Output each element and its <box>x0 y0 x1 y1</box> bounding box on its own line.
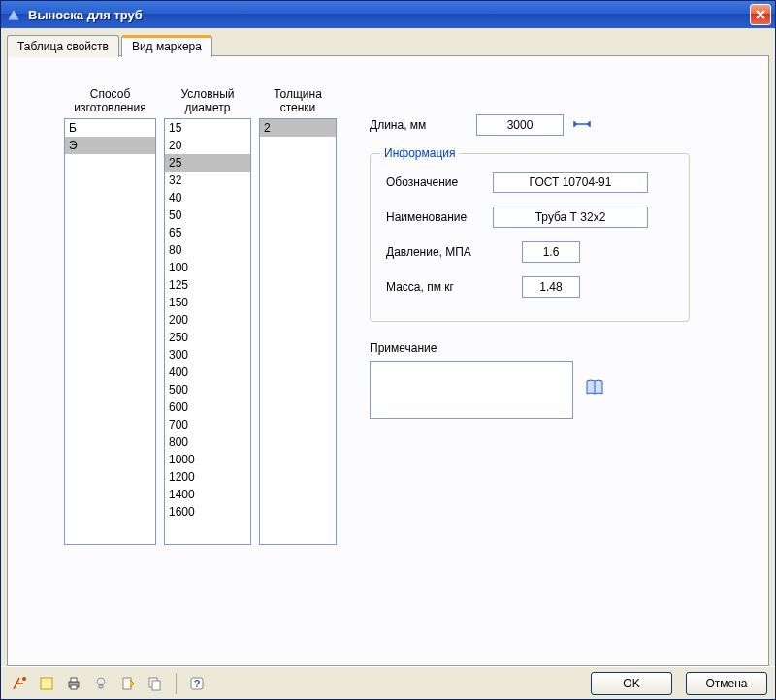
col-diameter: Условный диаметр 15202532405065801001251… <box>164 83 251 655</box>
svg-text:?: ? <box>194 678 201 689</box>
list-item[interactable]: 300 <box>165 346 250 364</box>
svg-rect-1 <box>41 678 52 689</box>
svg-rect-6 <box>99 685 103 688</box>
list-item[interactable]: 1600 <box>165 503 250 521</box>
info-legend: Информация <box>380 146 459 160</box>
list-manufacturing[interactable]: БЭ <box>64 118 156 545</box>
length-row: Длина, мм 3000 <box>370 114 751 136</box>
dialog-window: Выноска для труб Таблица свойств Вид мар… <box>0 0 776 700</box>
list-item[interactable]: 500 <box>165 381 250 398</box>
list-diameter[interactable]: 1520253240506580100125150200250300400500… <box>164 118 251 545</box>
col-manufacturing: Способ изготовления БЭ <box>64 83 156 655</box>
list-item[interactable]: 65 <box>165 224 250 241</box>
mass-label: Масса, пм кг <box>386 280 522 294</box>
list-item[interactable]: 2 <box>260 119 336 137</box>
svg-rect-9 <box>152 681 160 690</box>
note-textarea[interactable] <box>370 361 573 419</box>
list-item[interactable]: 200 <box>165 311 250 329</box>
list-item[interactable]: 1000 <box>165 451 250 468</box>
mass-field[interactable]: 1.48 <box>522 276 580 298</box>
help-icon[interactable]: ? <box>186 673 208 694</box>
copy-icon[interactable] <box>145 673 166 694</box>
pressure-label: Давление, МПА <box>386 245 522 259</box>
col-manufacturing-header: Способ изготовления <box>74 83 146 114</box>
svg-rect-4 <box>71 685 77 689</box>
note-label: Примечание <box>370 341 751 355</box>
designation-field[interactable]: ГОСТ 10704-91 <box>493 172 648 193</box>
list-item[interactable]: Б <box>65 119 155 137</box>
print-icon[interactable] <box>63 673 84 694</box>
svg-rect-7 <box>123 678 131 689</box>
statusbar: ? OK Отмена <box>1 666 775 699</box>
list-item[interactable]: 250 <box>165 329 250 346</box>
info-group: Информация Обозначение ГОСТ 10704-91 Наи… <box>370 153 690 322</box>
right-panel: Длина, мм 3000 Информация Обозначение ГО… <box>346 83 751 655</box>
list-item[interactable]: 32 <box>165 172 250 189</box>
list-item[interactable]: 125 <box>165 276 250 294</box>
length-label: Длина, мм <box>370 118 476 132</box>
note-section: Примечание <box>370 341 751 419</box>
list-item[interactable]: 700 <box>165 416 250 433</box>
edit-icon[interactable] <box>117 673 139 694</box>
pressure-field[interactable]: 1.6 <box>522 241 580 263</box>
list-thickness[interactable]: 2 <box>259 118 337 545</box>
tab-marker-view[interactable]: Вид маркера <box>121 35 212 57</box>
tab-page: Способ изготовления БЭ Условный диаметр … <box>7 55 769 666</box>
list-item[interactable]: 1200 <box>165 468 250 486</box>
svg-point-0 <box>22 677 26 681</box>
list-item[interactable]: 20 <box>165 137 250 154</box>
designation-label: Обозначение <box>386 175 493 189</box>
list-item[interactable]: 150 <box>165 294 250 311</box>
list-item[interactable]: 80 <box>165 241 250 259</box>
svg-point-5 <box>97 678 105 685</box>
book-icon[interactable] <box>585 379 604 401</box>
name-field[interactable]: Труба Т 32x2 <box>493 207 648 228</box>
list-item[interactable]: 1400 <box>165 486 250 503</box>
titlebar: Выноска для труб <box>1 1 775 28</box>
app-icon <box>5 6 22 23</box>
lists-area: Способ изготовления БЭ Условный диаметр … <box>64 83 337 655</box>
list-item[interactable]: 600 <box>165 398 250 416</box>
client-area: Таблица свойств Вид маркера Способ изгот… <box>1 28 775 666</box>
bulb-icon[interactable] <box>90 673 112 694</box>
list-item[interactable]: 40 <box>165 189 250 207</box>
ok-button[interactable]: OK <box>591 672 672 695</box>
col-diameter-header: Условный диаметр <box>181 83 235 114</box>
annotation-icon[interactable] <box>9 673 30 694</box>
tab-properties-table[interactable]: Таблица свойств <box>7 35 119 57</box>
note-icon[interactable] <box>36 673 57 694</box>
list-item[interactable]: 50 <box>165 207 250 224</box>
list-item[interactable]: Э <box>65 137 155 154</box>
list-item[interactable]: 400 <box>165 364 250 381</box>
toolbar-separator <box>176 673 177 694</box>
list-item[interactable]: 25 <box>165 154 250 172</box>
list-item[interactable]: 800 <box>165 433 250 451</box>
length-input[interactable]: 3000 <box>476 114 564 136</box>
window-title: Выноска для труб <box>28 8 750 22</box>
cancel-button[interactable]: Отмена <box>686 672 767 695</box>
tab-strip: Таблица свойств Вид маркера <box>7 34 769 56</box>
col-thickness: Толщина стенки 2 <box>259 83 337 655</box>
svg-rect-3 <box>71 678 77 682</box>
close-button[interactable] <box>750 4 771 25</box>
col-thickness-header: Толщина стенки <box>274 83 322 114</box>
name-label: Наименование <box>386 210 493 224</box>
list-item[interactable]: 15 <box>165 119 250 137</box>
measure-icon[interactable] <box>573 117 591 134</box>
list-item[interactable]: 100 <box>165 259 250 276</box>
